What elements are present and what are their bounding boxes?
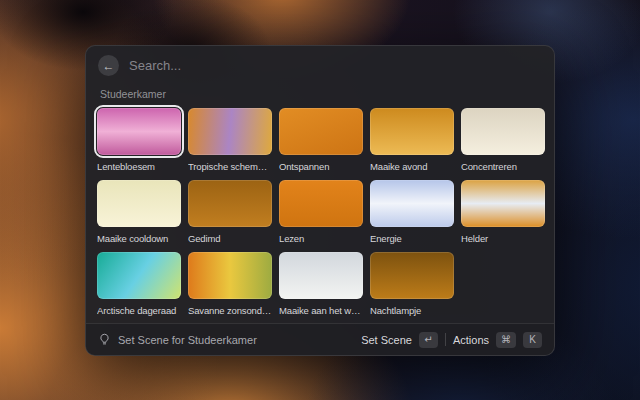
scene-name: Maaike avond [370, 161, 454, 172]
scene-name: Maaike cooldown [97, 233, 181, 244]
scene-card[interactable]: Helder [461, 180, 545, 244]
scene-card[interactable]: Lentebloesem [97, 108, 181, 172]
scene-thumbnail [370, 108, 454, 155]
back-button[interactable]: ← [98, 55, 119, 76]
scene-name: Ontspannen [279, 161, 363, 172]
scene-card[interactable]: Tropische schemering [188, 108, 272, 172]
scene-thumbnail [188, 108, 272, 155]
footer-actions: Set Scene ↵ Actions ⌘ K [361, 332, 542, 348]
palette-header: ← Search... [86, 46, 554, 81]
set-scene-action[interactable]: Set Scene [361, 334, 412, 346]
scene-card[interactable]: Savanne zonsonderg… [188, 252, 272, 316]
scene-card[interactable]: Maaike cooldown [97, 180, 181, 244]
cmd-key-badge: ⌘ [496, 332, 516, 348]
scene-thumbnail [279, 180, 363, 227]
command-palette: ← Search... Studeerkamer Lentebloesem Tr… [85, 45, 555, 356]
scene-name: Tropische schemering [188, 161, 272, 172]
k-key-badge: K [523, 332, 542, 348]
scene-thumbnail [97, 180, 181, 227]
scene-name: Energie [370, 233, 454, 244]
back-arrow-icon: ← [103, 60, 115, 72]
scene-name: Helder [461, 233, 545, 244]
scene-card[interactable]: Energie [370, 180, 454, 244]
scene-thumbnail [279, 252, 363, 299]
scene-card[interactable]: Maaike aan het werk [279, 252, 363, 316]
scene-thumbnail [97, 252, 181, 299]
scene-name: Gedimd [188, 233, 272, 244]
scene-thumbnail [461, 180, 545, 227]
actions-button[interactable]: Actions [453, 334, 489, 346]
scene-name: Savanne zonsonderg… [188, 305, 272, 316]
scene-card[interactable]: Nachtlampje [370, 252, 454, 316]
scene-card[interactable]: Ontspannen [279, 108, 363, 172]
scene-name: Lentebloesem [97, 161, 181, 172]
scene-name: Maaike aan het werk [279, 305, 363, 316]
search-input[interactable]: Search... [129, 58, 542, 73]
scene-name: Concentreren [461, 161, 545, 172]
scene-thumbnail [370, 180, 454, 227]
scene-thumbnail [188, 180, 272, 227]
scene-thumbnail [279, 108, 363, 155]
scene-card[interactable]: Arctische dageraad [97, 252, 181, 316]
scene-card[interactable]: Concentreren [461, 108, 545, 172]
scene-thumbnail [97, 108, 181, 155]
footer-context-label: Set Scene for Studeerkamer [118, 334, 257, 346]
scene-card[interactable]: Gedimd [188, 180, 272, 244]
scene-name: Lezen [279, 233, 363, 244]
scene-thumbnail [461, 108, 545, 155]
scene-name: Nachtlampje [370, 305, 454, 316]
enter-key-badge: ↵ [419, 332, 438, 348]
lightbulb-icon [98, 333, 111, 346]
scene-thumbnail [188, 252, 272, 299]
scene-name: Arctische dageraad [97, 305, 181, 316]
palette-footer: Set Scene for Studeerkamer Set Scene ↵ A… [86, 323, 554, 355]
footer-divider [445, 333, 446, 346]
section-label: Studeerkamer [86, 81, 554, 103]
scene-card[interactable]: Maaike avond [370, 108, 454, 172]
scene-card[interactable]: Lezen [279, 180, 363, 244]
scenes-grid: Lentebloesem Tropische schemering Ontspa… [86, 103, 554, 323]
scene-thumbnail [370, 252, 454, 299]
